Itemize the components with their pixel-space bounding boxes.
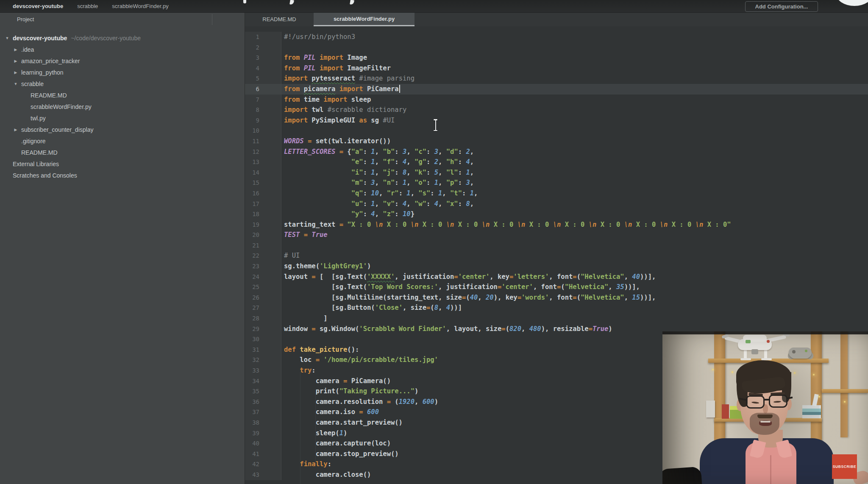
code-line[interactable]: 15 "m": 3, "n": 1, "o": 1, "p": 3, <box>245 178 868 188</box>
line-number: 39 <box>245 428 281 439</box>
code-line[interactable]: 19starting_text = "X : 0 \n X : 0 \n X :… <box>245 220 868 230</box>
line-number: 19 <box>245 220 281 230</box>
tree-item-label: README.MD <box>31 92 67 99</box>
tab-readme-md[interactable]: README.MD <box>245 12 314 26</box>
code-line[interactable]: 22# UI <box>245 250 868 261</box>
code-line[interactable]: 13 "e": 1, "f": 4, "g": 2, "h": 4, <box>245 157 868 167</box>
line-number: 40 <box>245 438 281 449</box>
person-glasses <box>764 399 770 401</box>
subscribe-button[interactable]: SUBSCRIBE <box>832 454 857 479</box>
code-text: WORDS = set(twl.iterator()) <box>281 136 868 147</box>
code-line[interactable]: 1#!/usr/bin/python3 <box>245 32 868 42</box>
code-line[interactable]: 27 [sg.Button('Close', size=(8, 4))] <box>245 303 868 313</box>
code-line[interactable]: 26 [sg.Multiline(starting_text, size=(40… <box>245 292 868 303</box>
line-number: 13 <box>245 157 281 167</box>
webcam-top-edge <box>662 331 868 334</box>
sidebar-item-scrabble[interactable]: ▼scrabble <box>0 78 245 89</box>
game-controller <box>805 350 807 352</box>
office-chair <box>662 467 702 484</box>
code-line[interactable]: 2 <box>245 42 868 53</box>
line-number: 15 <box>245 178 281 188</box>
code-line[interactable]: 6from picamera import PiCamera <box>245 84 868 95</box>
sidebar-item-readme-md[interactable]: README.MD <box>0 89 245 101</box>
chevron-right-icon[interactable]: ▶ <box>10 47 21 52</box>
tree-item-label: Scratches and Consoles <box>13 172 77 179</box>
code-text: [sg.Button('Close', size=(8, 4))] <box>281 303 868 313</box>
code-line[interactable]: 17 "u": 1, "v": 4, "w": 4, "x": 8, <box>245 199 868 209</box>
project-panel-title: Project <box>17 16 34 22</box>
code-text: LETTER_SCORES = {"a": 1, "b": 3, "c": 3,… <box>281 147 868 157</box>
line-number: 25 <box>245 282 281 292</box>
editor-tab-strip: README.MDscrabbleWordFinder.py <box>245 12 868 26</box>
drone-icon <box>767 340 770 343</box>
breadcrumb-item[interactable]: scrabble <box>77 3 98 9</box>
code-line[interactable]: 28 ] <box>245 313 868 324</box>
chevron-right-icon[interactable]: ▶ <box>10 59 21 63</box>
sidebar-item-scrabblewordfinder-py[interactable]: scrabbleWordFinder.py <box>0 101 245 112</box>
breadcrumb-bar: devscover-youtubescrabblescrabbleWordFin… <box>0 0 868 13</box>
code-text: TEST = True <box>281 230 868 240</box>
chevron-down-icon[interactable]: ▼ <box>2 36 13 40</box>
add-configuration-button[interactable]: Add Configuration... <box>745 1 818 12</box>
code-line[interactable]: 8import twl #scrabble dictionary <box>245 105 868 115</box>
code-line[interactable]: 9import PySimpleGUI as sg #UI <box>245 115 868 126</box>
sidebar-item-twl-py[interactable]: twl.py <box>0 112 245 124</box>
project-panel: Project ▼devscover-youtube~/code/devscov… <box>0 12 245 484</box>
mouse-ibeam-cursor <box>433 119 438 131</box>
code-text: "y": 4, "z": 10} <box>281 209 868 220</box>
panel-header-divider <box>212 14 212 25</box>
chevron-down-icon[interactable]: ▼ <box>10 82 21 86</box>
code-line[interactable]: 3from PIL import Image <box>245 53 868 63</box>
tab-scrabblewordfinder-py[interactable]: scrabbleWordFinder.py <box>314 12 415 26</box>
sidebar-item-external-libraries[interactable]: External Libraries <box>0 158 245 170</box>
line-number: 5 <box>245 73 281 84</box>
code-line[interactable]: 7from time import sleep <box>245 95 868 105</box>
code-text: starting_text = "X : 0 \n X : 0 \n X : 0… <box>281 220 868 230</box>
sidebar-item--gitignore[interactable]: .gitignore <box>0 135 245 147</box>
code-line[interactable]: 24layout = [ [sg.Text('XXXXX', justifica… <box>245 272 868 282</box>
tree-item-label: .idea <box>21 46 34 53</box>
line-number: 30 <box>245 334 281 345</box>
line-number: 36 <box>245 397 281 407</box>
code-line[interactable]: 18 "y": 4, "z": 10} <box>245 209 868 220</box>
sidebar-item-amazon-price-tracker[interactable]: ▶amazon_price_tracker <box>0 55 245 67</box>
breadcrumb-item[interactable]: scrabbleWordFinder.py <box>112 3 168 9</box>
sidebar-item-readme-md[interactable]: README.MD <box>0 147 245 158</box>
sidebar-item-scratches-and-consoles[interactable]: Scratches and Consoles <box>0 170 245 181</box>
line-number: 3 <box>245 53 281 63</box>
game-controller <box>789 348 812 359</box>
tree-item-label: learning_python <box>21 69 64 76</box>
subscribe-label: SUBSCRIBE <box>833 465 856 469</box>
line-number: 14 <box>245 167 281 178</box>
sidebar-item-subscriber-counter-display[interactable]: ▶subscriber_counter_display <box>0 124 245 135</box>
code-text: [sg.Text('Top Word Scores:', justificati… <box>281 282 868 292</box>
shelf-box <box>706 401 715 417</box>
game-controller <box>792 350 796 353</box>
code-line[interactable]: 21 <box>245 240 868 251</box>
sidebar-item-learning-python[interactable]: ▶learning_python <box>0 67 245 78</box>
code-line[interactable]: 23sg.theme('LightGrey1') <box>245 261 868 272</box>
code-line[interactable]: 10 <box>245 125 868 136</box>
sidebar-item--idea[interactable]: ▶.idea <box>0 44 245 55</box>
code-line[interactable]: 5import pytesseract #image parsing <box>245 73 868 84</box>
code-line[interactable]: 12LETTER_SCORES = {"a": 1, "b": 3, "c": … <box>245 147 868 157</box>
code-line[interactable]: 4from PIL import ImageFilter <box>245 63 868 74</box>
line-number: 42 <box>245 459 281 470</box>
breadcrumb-item[interactable]: devscover-youtube <box>13 3 63 9</box>
code-line[interactable]: 14 "i": 1, "j": 8, "k": 5, "l": 1, <box>245 167 868 178</box>
code-line[interactable]: 11WORDS = set(twl.iterator()) <box>245 136 868 147</box>
code-line[interactable]: 16 "q": 10, "r": 1, "s": 1, "t": 1, <box>245 188 868 199</box>
code-line[interactable]: 20TEST = True <box>245 230 868 240</box>
line-number: 33 <box>245 365 281 376</box>
chevron-right-icon[interactable]: ▶ <box>10 128 21 132</box>
code-text: sg.theme('LightGrey1') <box>281 261 868 272</box>
webcam-overlay: SUBSCRIBE <box>662 331 868 484</box>
sidebar-item-devscover-youtube[interactable]: ▼devscover-youtube~/code/devscover-youtu… <box>0 32 245 44</box>
line-number: 11 <box>245 136 281 147</box>
code-line[interactable]: 25 [sg.Text('Top Word Scores:', justific… <box>245 282 868 292</box>
chevron-right-icon[interactable]: ▶ <box>10 70 21 75</box>
code-text: import PySimpleGUI as sg #UI <box>281 115 868 126</box>
line-number: 2 <box>245 42 281 53</box>
project-panel-header[interactable]: Project <box>0 12 245 26</box>
code-text: "i": 1, "j": 8, "k": 5, "l": 1, <box>281 167 868 178</box>
